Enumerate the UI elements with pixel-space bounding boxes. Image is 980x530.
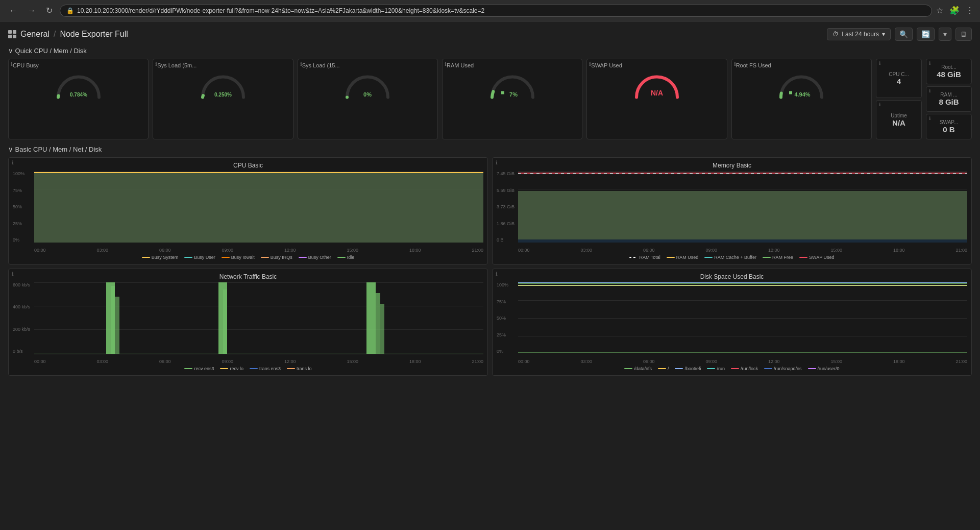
legend-color-boot-efi	[675, 368, 683, 369]
stat-uptime: ℹ Uptime N/A	[876, 100, 922, 139]
info-icon-ram-total: ℹ	[929, 88, 930, 93]
swap-used-title: SWAP Used	[591, 62, 622, 68]
network-basic-area: 600 kb/s 400 kb/s 200 kb/s 0 b/s	[13, 282, 483, 364]
grid-line	[518, 189, 967, 189]
basic-section-label: ∨ Basic CPU / Mem / Net / Disk	[8, 146, 102, 153]
legend-busy-system: Busy System	[142, 255, 179, 260]
svg-text:7%: 7%	[509, 91, 518, 98]
chart-cpu-basic: ℹ CPU Basic 100% 75% 50% 25% 0%	[8, 157, 488, 264]
legend-color-run-user	[808, 368, 816, 369]
cpu-cores-value: 4	[897, 77, 901, 86]
legend-color-ram-total	[629, 257, 638, 258]
swap-total-value: 0 B	[943, 125, 954, 134]
info-icon-cpu-cores: ℹ	[879, 61, 880, 66]
legend-busy-iowait: Busy Iowait	[222, 255, 255, 260]
root-fs-title: Root FS Used	[736, 62, 771, 68]
zoom-out-button[interactable]: 🔍	[895, 28, 913, 41]
disk-canvas	[518, 282, 967, 354]
cpu-basic-canvas	[34, 171, 483, 243]
legend-color-ram-used	[667, 257, 675, 258]
legend-color-run-lock	[731, 368, 739, 369]
svg-rect-6	[789, 91, 792, 94]
chart-memory-basic: ℹ Memory Basic 7.45 GiB 5.59 GiB 3.73 Gi…	[492, 157, 972, 264]
quick-section-label: ∨ Quick CPU / Mem / Disk	[8, 47, 87, 55]
gauge-cpu-busy: ℹ CPU Busy 0.784%	[8, 59, 149, 139]
legend-color-run	[707, 368, 715, 369]
legend-color-busy-other	[299, 257, 307, 258]
memory-basic-y-labels: 7.45 GiB 5.59 GiB 3.73 GiB 1.86 GiB 0 B	[497, 171, 517, 243]
info-icon-rootfs: ℹ	[734, 61, 736, 67]
legend-color-trans-ens3	[250, 368, 258, 369]
legend-color-run-snapd	[764, 368, 772, 369]
network-spike-1b	[111, 286, 115, 354]
swap-total-label: SWAP...	[940, 119, 958, 125]
bookmark-icon[interactable]: ☆	[936, 6, 943, 15]
legend-color-root-slash	[658, 368, 666, 369]
info-icon-memory-basic: ℹ	[496, 160, 498, 165]
address-bar[interactable]: 🔒 10.20.10.200:3000/render/d/rYdddlPWk/n…	[60, 5, 932, 17]
disk-line-boot	[518, 282, 967, 283]
ram-total-label: RAM ...	[940, 92, 957, 98]
legend-boot-efi: /boot/efi	[675, 366, 701, 371]
back-button[interactable]: ←	[6, 4, 20, 17]
legend-idle: Idle	[337, 255, 355, 260]
refresh-button[interactable]: ↻	[43, 4, 56, 17]
disk-line-run	[518, 285, 967, 285]
uptime-label: Uptime	[891, 113, 907, 118]
cpu-busy-gauge: 0.784%	[53, 70, 104, 101]
network-spike-3c	[380, 304, 385, 354]
grid-line	[518, 300, 967, 301]
info-icon-sysload5m: ℹ	[155, 61, 157, 67]
time-range-picker[interactable]: ⏱ Last 24 hours ▾	[827, 28, 891, 40]
disk-y-labels: 100% 75% 50% 25% 0%	[497, 282, 517, 354]
cpu-busy-title: CPU Busy	[13, 62, 39, 68]
time-range-label: Last 24 hours	[842, 31, 879, 38]
legend-color-recv-ens3	[184, 368, 192, 369]
info-icon-disk: ℹ	[496, 271, 498, 277]
gauge-swap-used: ℹ SWAP Used N/A	[586, 59, 727, 139]
legend-ram-free: RAM Free	[763, 255, 793, 260]
forward-button[interactable]: →	[24, 4, 39, 17]
info-icon-ram: ℹ	[445, 61, 447, 67]
menu-icon[interactable]: ⋮	[966, 6, 974, 15]
legend-ram-cache: RAM Cache + Buffer	[704, 255, 756, 260]
legend-run-snapd: /run/snapd/ns	[764, 366, 802, 371]
info-icon-uptime: ℹ	[879, 102, 880, 107]
extension-icon[interactable]: 🧩	[949, 6, 960, 15]
legend-color-ram-free	[763, 257, 771, 258]
monitor-button[interactable]: 🖥	[955, 28, 972, 41]
ram-used-gauge: 7%	[487, 70, 538, 101]
root-fs-gauge: 4.94%	[776, 70, 827, 101]
legend-swap-used: SWAP Used	[799, 255, 835, 260]
stat-ram-total: ℹ RAM ... 8 GiB	[926, 86, 972, 112]
quick-section-header[interactable]: ∨ Quick CPU / Mem / Disk	[8, 47, 972, 55]
refresh-dashboard-button[interactable]: 🔄	[917, 28, 935, 41]
legend-busy-irqs: Busy IRQs	[261, 255, 292, 260]
grid-line	[518, 336, 967, 336]
clock-icon: ⏱	[832, 31, 839, 38]
grid-line	[34, 329, 483, 330]
info-icon-cpu-basic: ℹ	[12, 160, 14, 165]
network-spike-3	[366, 282, 376, 354]
legend-color-idle	[337, 257, 346, 258]
root-size-value: 48 GiB	[937, 70, 961, 79]
legend-recv-lo: recv lo	[220, 366, 243, 371]
legend-run-lock: /run/lock	[731, 366, 758, 371]
stat-cpu-cores: ℹ CPU C... 4	[876, 59, 922, 98]
sys-load-15m-gauge: 0%	[342, 70, 393, 101]
cpu-basic-x-labels: 00:00 03:00 06:00 09:00 12:00 15:00 18:0…	[34, 248, 483, 253]
stat-swap-total: ℹ SWAP... 0 B	[926, 114, 972, 139]
cpu-idle-fill	[34, 173, 483, 243]
svg-text:0.784%: 0.784%	[70, 92, 87, 98]
basic-section-header[interactable]: ∨ Basic CPU / Mem / Net / Disk	[8, 146, 972, 153]
cpu-basic-y-labels: 100% 75% 50% 25% 0%	[13, 171, 33, 243]
chart-disk-basic: ℹ Disk Space Used Basic 100% 75% 50% 25%…	[492, 269, 972, 376]
legend-trans-lo: trans lo	[287, 366, 312, 371]
browser-chrome: ← → ↻ 🔒 10.20.10.200:3000/render/d/rYddd…	[0, 0, 980, 21]
info-icon-swap-total: ℹ	[929, 116, 930, 121]
legend-trans-ens3: trans ens3	[250, 366, 281, 371]
legend-color-busy-iowait	[222, 257, 230, 258]
ram-total-value: 8 GiB	[939, 98, 959, 106]
dropdown-button[interactable]: ▾	[939, 28, 951, 41]
disk-legend: /data/nfs / /boot/efi /run /run/lock	[497, 366, 967, 371]
